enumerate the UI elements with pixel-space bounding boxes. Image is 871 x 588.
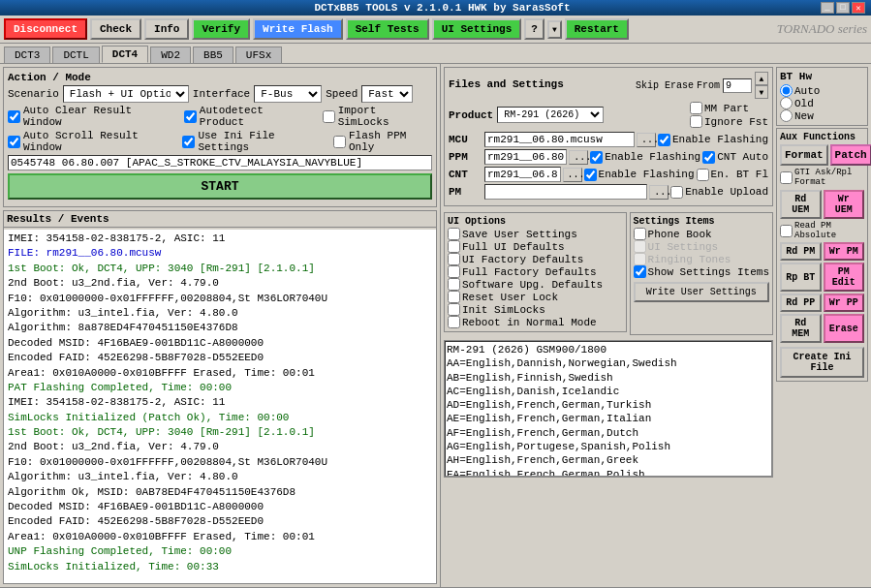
rd-wr-uem-row: Rd UEM Wr UEM: [780, 190, 864, 219]
dropdown-button[interactable]: ▼: [547, 20, 562, 39]
save-user-settings-cb[interactable]: Save User Settings: [448, 228, 623, 240]
cnt-browse[interactable]: ...: [563, 168, 582, 182]
ui-options-area: UI Options Save User Settings Full UI De…: [444, 212, 773, 335]
flash-ppm-only-cb[interactable]: Flash PPM Only: [333, 130, 432, 153]
reboot-normal-cb[interactable]: Reboot in Normal Mode: [448, 316, 623, 328]
software-upg-defaults-cb[interactable]: Software Upg. Defaults: [448, 278, 623, 291]
mm-part-cb[interactable]: MM Part: [690, 102, 768, 114]
auto-scroll-cb[interactable]: Auto Scroll Result Window: [8, 130, 172, 153]
wr-pm-button[interactable]: Wr PM: [824, 242, 865, 261]
bt-new-radio[interactable]: New: [780, 109, 864, 122]
disconnect-button[interactable]: Disconnect: [4, 18, 87, 40]
write-flash-button[interactable]: Write Flash: [253, 18, 343, 40]
ppm-row: PPM ... Enable Flashing CNT Auto: [449, 149, 768, 165]
mcu-enable-cb[interactable]: Enable Flashing: [658, 134, 768, 146]
speed-select[interactable]: Fast: [361, 85, 413, 103]
path-input[interactable]: [8, 155, 432, 170]
action-mode-section: Action / Mode Scenario Flash + UI Option…: [3, 67, 437, 207]
tab-bb5[interactable]: BB5: [193, 46, 233, 63]
tab-ufsx[interactable]: UFSx: [235, 46, 282, 63]
pm-browse[interactable]: ...: [649, 185, 669, 200]
erase-button[interactable]: Erase: [824, 314, 865, 343]
files-settings-section: Files and Settings Skip Erase From ▲ ▼: [444, 67, 773, 206]
ringing-tones-cb[interactable]: Ringing Tones: [634, 253, 769, 265]
autodetect-cb[interactable]: Autodetect Product: [184, 105, 313, 128]
auto-clear-cb[interactable]: Auto Clear Result Window: [8, 105, 174, 128]
tab-dctl[interactable]: DCTL: [52, 46, 99, 63]
skip-erase-down[interactable]: ▼: [755, 85, 768, 99]
pm-input[interactable]: [484, 184, 647, 200]
write-user-settings-button[interactable]: Write User Settings: [634, 282, 769, 302]
format-button[interactable]: Format: [780, 144, 828, 166]
interface-select[interactable]: F-Bus: [254, 85, 322, 103]
ignore-fst-cb[interactable]: Ignore Fst: [690, 115, 768, 128]
action-mode-label: Action / Mode: [8, 72, 432, 83]
bt-auto-radio[interactable]: Auto: [780, 84, 864, 97]
restart-button[interactable]: Restart: [565, 18, 629, 40]
import-simlocks-cb[interactable]: Import SimLocks: [323, 105, 432, 128]
phone-book-cb[interactable]: Phone Book: [634, 228, 769, 240]
reset-user-lock-cb[interactable]: Reset User Lock: [448, 291, 623, 303]
checkboxes-row2: Auto Scroll Result Window Use Ini File S…: [8, 130, 432, 153]
rp-bt-button[interactable]: Rp BT: [780, 263, 822, 292]
cnt-auto-cb[interactable]: CNT Auto: [702, 151, 768, 164]
ppm-input[interactable]: [484, 149, 567, 165]
rd-wr-pp-row: Rd PP Wr PP: [780, 294, 864, 312]
files-settings-label: Files and Settings: [449, 78, 564, 90]
patch-button[interactable]: Patch: [830, 144, 871, 166]
question-button[interactable]: ?: [524, 18, 544, 40]
pm-enable-cb[interactable]: Enable Upload: [670, 186, 768, 199]
full-ui-defaults-cb[interactable]: Full UI Defaults: [448, 240, 623, 253]
en-bt-fl-cb[interactable]: En. BT Fl: [697, 169, 768, 181]
use-ini-cb[interactable]: Use Ini File Settings: [182, 130, 324, 153]
show-settings-cb[interactable]: Show Settings Items: [634, 265, 769, 278]
wr-uem-button[interactable]: Wr UEM: [824, 190, 865, 219]
results-content[interactable]: IMEI: 354158-02-838175-2, ASIC: 11FILE: …: [4, 230, 436, 583]
language-container: RM-291 (2626) GSM900/1800AA=English,Dann…: [444, 340, 773, 478]
toolbar: Disconnect Check Info Verify Write Flash…: [0, 15, 871, 44]
product-select[interactable]: RM-291 (2626): [497, 107, 604, 123]
tab-wd2[interactable]: WD2: [150, 46, 191, 63]
rd-wr-pm-row: Rd PM Wr PM: [780, 242, 864, 261]
tab-dct3[interactable]: DCT3: [4, 46, 50, 63]
aux-column: BT Hw Auto Old New Aux Functions Format …: [776, 67, 868, 584]
verify-button[interactable]: Verify: [192, 18, 250, 40]
rd-pm-button[interactable]: Rd PM: [780, 242, 822, 261]
skip-erase-up[interactable]: ▲: [755, 72, 768, 85]
rp-bt-pm-edit-row: Rp BT PM Edit: [780, 263, 864, 292]
init-simlocks-cb[interactable]: Init SimLocks: [448, 303, 623, 316]
mcu-browse[interactable]: ...: [637, 133, 656, 147]
language-list[interactable]: RM-291 (2626) GSM900/1800AA=English,Dann…: [445, 341, 772, 477]
minimize-button[interactable]: _: [821, 2, 834, 14]
ui-settings-button[interactable]: UI Settings: [432, 18, 522, 40]
full-factory-defaults-cb[interactable]: Full Factory Defaults: [448, 265, 623, 278]
cnt-input[interactable]: [484, 167, 561, 182]
self-tests-button[interactable]: Self Tests: [346, 18, 429, 40]
gti-cb[interactable]: GTI Ask/Rpl Format: [780, 168, 864, 187]
create-ini-file-button[interactable]: Create Ini File: [780, 347, 864, 378]
wr-pp-button[interactable]: Wr PP: [824, 294, 865, 312]
rd-mem-button[interactable]: Rd MEM: [780, 314, 822, 343]
maximize-button[interactable]: □: [836, 2, 850, 14]
window-controls[interactable]: _ □ ✕: [821, 2, 865, 14]
ui-settings-item-cb[interactable]: UI Settings: [634, 240, 769, 253]
ppm-browse[interactable]: ...: [569, 150, 588, 165]
info-button[interactable]: Info: [144, 18, 189, 40]
ui-factory-defaults-cb[interactable]: UI Factory Defaults: [448, 253, 623, 265]
close-button[interactable]: ✕: [852, 2, 865, 14]
rd-uem-button[interactable]: Rd UEM: [780, 190, 822, 219]
mcu-input[interactable]: [484, 132, 635, 147]
pm-row: PM ... Enable Upload: [449, 184, 768, 200]
title-bar: DCTxBB5 TOOLS v 2.1.0.1 HWK by SarasSoft…: [0, 0, 871, 15]
pm-edit-button[interactable]: PM Edit: [824, 263, 865, 292]
tab-dct4[interactable]: DCT4: [102, 46, 148, 63]
start-button[interactable]: START: [8, 173, 432, 200]
check-button[interactable]: Check: [90, 18, 141, 40]
skip-erase-input[interactable]: [723, 78, 752, 93]
ppm-enable-cb[interactable]: Enable Flashing: [590, 151, 700, 164]
scenario-select[interactable]: Flash + UI Options: [63, 85, 189, 103]
rd-pp-button[interactable]: Rd PP: [780, 294, 822, 312]
read-pm-absolute-cb[interactable]: Read PM Absolute: [780, 221, 864, 240]
cnt-enable-cb[interactable]: Enable Flashing: [584, 169, 695, 181]
bt-old-radio[interactable]: Old: [780, 97, 864, 109]
